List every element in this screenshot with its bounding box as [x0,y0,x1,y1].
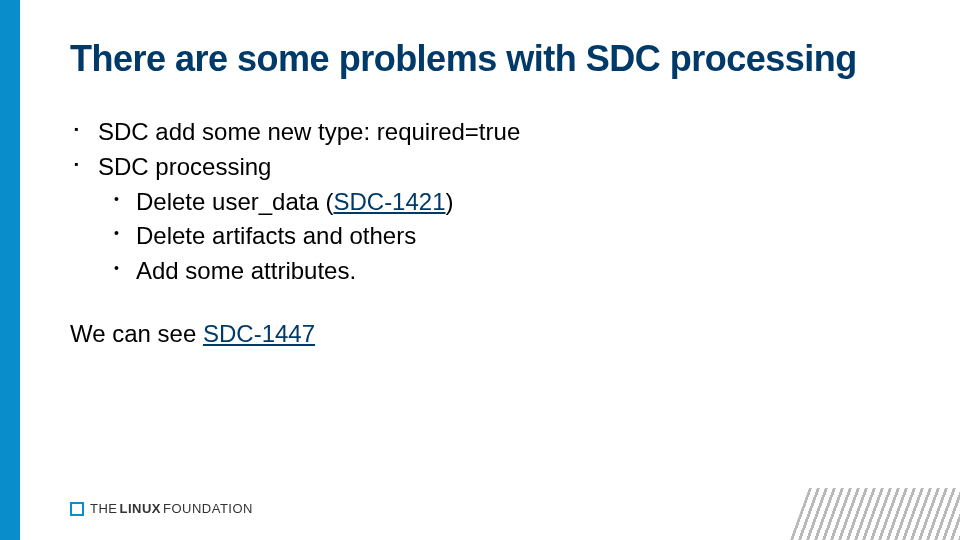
logo-text-linux: LINUX [120,501,162,516]
list-item-prefix: Delete user_data ( [136,188,333,215]
list-item-suffix: ) [446,188,454,215]
list-item: Delete artifacts and others [108,219,900,254]
sub-list: Delete user_data (SDC-1421) Delete artif… [98,185,900,289]
slide-content: SDC add some new type: required=true SDC… [70,115,900,352]
bullet-list: SDC add some new type: required=true SDC… [70,115,900,289]
corner-decoration [790,488,960,540]
list-item: SDC add some new type: required=true [70,115,900,150]
list-item-text: Delete artifacts and others [136,222,416,249]
list-item: SDC processing Delete user_data (SDC-142… [70,150,900,289]
list-item-text: SDC processing [98,153,271,180]
issue-link[interactable]: SDC-1447 [203,320,315,347]
list-item-text: SDC add some new type: required=true [98,118,520,145]
slide: There are some problems with SDC process… [0,0,960,540]
issue-link[interactable]: SDC-1421 [333,188,445,215]
closing-prefix: We can see [70,320,203,347]
closing-line: We can see SDC-1447 [70,317,900,352]
footer-logo: THE LINUX FOUNDATION [70,501,253,516]
list-item-text: Add some attributes. [136,257,356,284]
list-item: Delete user_data (SDC-1421) [108,185,900,220]
slide-title: There are some problems with SDC process… [70,38,920,79]
logo-square-icon [70,502,84,516]
list-item: Add some attributes. [108,254,900,289]
logo-text-foundation: FOUNDATION [163,501,253,516]
accent-bar [0,0,20,540]
logo-text-the: THE [90,501,118,516]
